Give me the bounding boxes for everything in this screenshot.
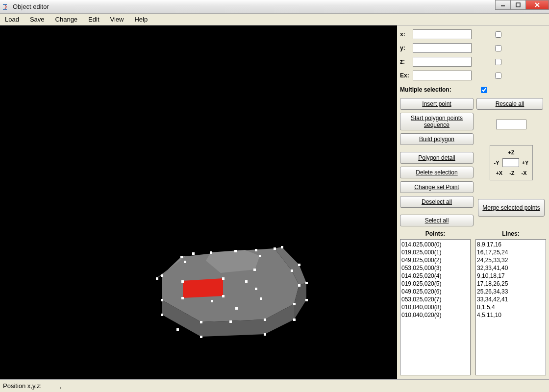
insert-point-button[interactable]: Insert point [400, 98, 474, 110]
svg-rect-35 [253, 269, 256, 271]
svg-rect-43 [222, 295, 225, 297]
z-label: z: [400, 58, 413, 65]
x-checkbox[interactable] [495, 31, 501, 38]
svg-rect-1 [516, 3, 520, 7]
points-listbox[interactable]: 014,025,000(0)019,025,000(1)049,025,000(… [400, 239, 471, 375]
x-input[interactable] [413, 29, 472, 39]
rescale-input[interactable] [496, 120, 526, 129]
list-item[interactable]: 053,025,020(7) [401, 295, 469, 303]
nav-minus-y[interactable]: -Y [494, 160, 499, 166]
list-item[interactable]: 25,26,34,33 [477, 288, 545, 295]
list-item[interactable]: 17,18,26,25 [477, 280, 545, 288]
close-button[interactable] [525, 0, 549, 10]
svg-rect-20 [305, 282, 308, 284]
ex-input[interactable] [413, 71, 472, 80]
ex-checkbox[interactable] [495, 73, 501, 79]
list-item[interactable]: 9,10,18,17 [477, 272, 545, 280]
multiple-selection-checkbox[interactable] [481, 87, 487, 93]
points-header: Points: [400, 230, 471, 237]
window-title: Object editor [13, 3, 49, 10]
svg-rect-14 [255, 249, 257, 251]
start-polygon-button[interactable]: Start polygon points sequence [400, 113, 474, 130]
list-item[interactable]: 33,34,42,41 [477, 295, 545, 303]
list-item[interactable]: 0,1,5,4 [477, 303, 545, 311]
menu-save[interactable]: Save [28, 15, 47, 24]
svg-rect-30 [161, 299, 163, 301]
list-item[interactable]: 32,33,41,40 [477, 264, 545, 272]
status-label: Position x,y,z: [3, 382, 42, 390]
svg-rect-31 [161, 314, 163, 316]
merge-selected-button[interactable]: Merge selected points [478, 199, 545, 217]
nav-plus-y[interactable]: +Y [522, 160, 529, 166]
svg-rect-33 [184, 261, 186, 263]
nav-plus-x[interactable]: +X [496, 170, 502, 176]
svg-rect-10 [180, 256, 183, 258]
app-icon [2, 3, 10, 11]
svg-rect-25 [264, 333, 266, 336]
list-item[interactable]: 16,17,25,24 [477, 248, 545, 256]
svg-rect-44 [181, 297, 184, 299]
svg-rect-41 [181, 280, 184, 283]
y-input[interactable] [413, 43, 472, 53]
list-item[interactable]: 053,025,000(3) [401, 264, 469, 272]
y-checkbox[interactable] [495, 45, 501, 51]
nav-value-input[interactable] [502, 158, 519, 167]
change-sel-point-button[interactable]: Change sel Point [400, 181, 474, 193]
viewport-3d[interactable] [0, 25, 397, 379]
minimize-button[interactable] [495, 0, 511, 10]
nav-minus-z[interactable]: -Z [509, 170, 514, 176]
list-item[interactable]: 019,025,020(5) [401, 280, 469, 288]
list-item[interactable]: 4,5,11,10 [477, 311, 545, 319]
svg-rect-0 [501, 5, 505, 6]
y-label: y: [400, 45, 413, 51]
title-bar: Object editor [0, 0, 549, 14]
svg-rect-34 [259, 255, 261, 257]
svg-rect-17 [291, 270, 293, 272]
deselect-all-button[interactable]: Deselect all [400, 196, 474, 208]
nav-plus-z[interactable]: +Z [508, 149, 514, 155]
nav-minus-x[interactable]: -X [522, 170, 527, 176]
menu-edit[interactable]: Edit [86, 15, 101, 24]
rescale-all-button[interactable]: Rescale all [476, 98, 543, 110]
lines-header: Lines: [475, 230, 546, 237]
svg-rect-32 [156, 277, 158, 280]
svg-rect-36 [245, 280, 248, 283]
list-item[interactable]: 014,025,000(0) [401, 241, 469, 248]
polygon-detail-button[interactable]: Polygon detail [400, 152, 474, 164]
svg-rect-40 [211, 300, 213, 302]
svg-rect-22 [293, 303, 296, 305]
menu-change[interactable]: Change [53, 15, 80, 24]
svg-rect-38 [260, 297, 262, 300]
build-polygon-button[interactable]: Build polygon [400, 133, 474, 145]
list-item[interactable]: 014,025,020(4) [401, 272, 469, 280]
list-item[interactable]: 010,040,000(8) [401, 303, 469, 311]
menu-view[interactable]: View [108, 15, 126, 24]
menu-bar: Load Save Change Edit View Help [0, 14, 549, 25]
svg-rect-42 [222, 277, 225, 280]
svg-rect-18 [298, 264, 300, 266]
status-value: , [59, 382, 61, 390]
svg-rect-11 [192, 252, 195, 255]
list-item[interactable]: 8,9,17,16 [477, 241, 545, 248]
select-all-button[interactable]: Select all [400, 215, 474, 226]
svg-rect-13 [234, 250, 237, 252]
svg-rect-19 [298, 284, 300, 287]
x-label: x: [400, 31, 413, 38]
list-item[interactable]: 010,040,020(9) [401, 311, 469, 319]
z-input[interactable] [413, 57, 472, 67]
multiple-selection-label: Multiple selection: [400, 86, 451, 93]
svg-rect-37 [255, 288, 257, 290]
status-bar: Position x,y,z: , [0, 379, 549, 392]
menu-load[interactable]: Load [3, 15, 21, 24]
delete-selection-button[interactable]: Delete selection [400, 167, 474, 178]
list-item[interactable]: 019,025,000(1) [401, 248, 469, 256]
z-checkbox[interactable] [495, 59, 501, 65]
menu-help[interactable]: Help [132, 15, 150, 24]
lines-listbox[interactable]: 8,9,17,1616,17,25,2424,25,33,3232,33,41,… [475, 239, 546, 375]
svg-rect-29 [176, 328, 179, 331]
svg-rect-16 [281, 246, 283, 248]
list-item[interactable]: 049,025,000(2) [401, 256, 469, 264]
list-item[interactable]: 049,025,020(6) [401, 288, 469, 295]
maximize-button[interactable] [510, 0, 526, 10]
list-item[interactable]: 24,25,33,32 [477, 256, 545, 264]
